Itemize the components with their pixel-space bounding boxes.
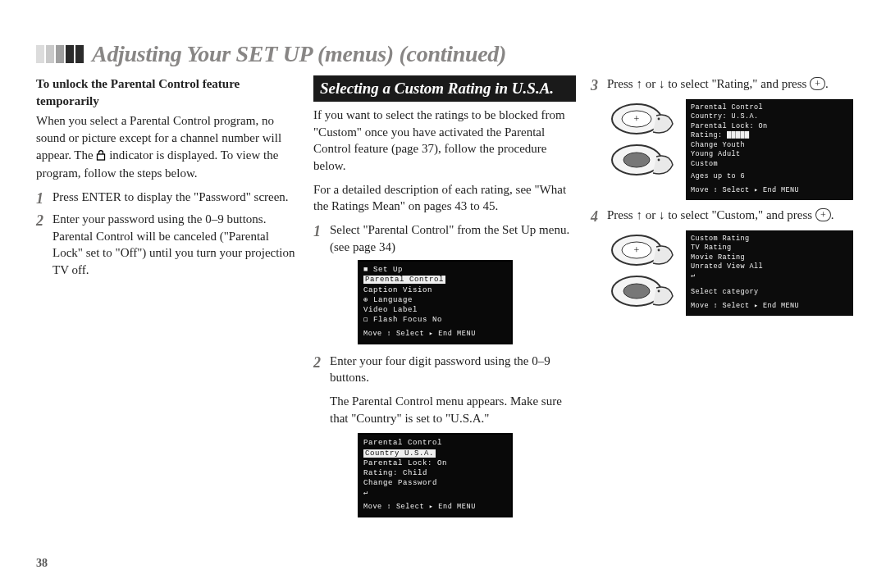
col2-step-1: Select "Parental Control" from the Set U… xyxy=(313,221,576,344)
svg-text:+: + xyxy=(634,113,640,125)
svg-text:+: + xyxy=(634,244,640,256)
svg-point-11 xyxy=(658,248,660,251)
section-box-custom-rating: Selecting a Custom Rating in U.S.A. xyxy=(313,75,576,102)
osd-setup-menu: ■ Set Up Parental Control Caption Vision… xyxy=(358,260,513,344)
svg-point-13 xyxy=(623,284,650,299)
svg-point-4 xyxy=(658,117,660,120)
svg-point-14 xyxy=(658,289,660,292)
plus-button-icon: + xyxy=(815,208,831,221)
col1-intro: When you select a Parental Control progr… xyxy=(36,112,299,182)
page-number: 38 xyxy=(36,557,48,570)
col2-p2: For a detailed description of each ratin… xyxy=(313,181,576,215)
header-decor-bars xyxy=(36,45,85,63)
col2-p1: If you want to select the ratings to be … xyxy=(313,107,576,175)
osd-parental-menu: Parental Control Country U.S.A. Parental… xyxy=(358,433,513,517)
column-2: Selecting a Custom Rating in U.S.A. If y… xyxy=(313,75,576,526)
col1-step-1: Press ENTER to display the "Password" sc… xyxy=(36,189,299,206)
page-title: Adjusting Your SET UP (menus) (continued… xyxy=(92,41,506,67)
svg-rect-0 xyxy=(98,154,105,160)
page-header: Adjusting Your SET UP (menus) (continued… xyxy=(36,41,853,67)
osd-rating-select: Parental Control Country: U.S.A. Parenta… xyxy=(686,99,853,200)
remote-illustration: + xyxy=(607,230,681,311)
plus-button-icon: + xyxy=(810,77,825,90)
col1-step-2: Enter your password using the 0–9 button… xyxy=(36,211,299,279)
column-1: To unlock the Parental Control feature t… xyxy=(36,75,299,526)
svg-point-6 xyxy=(623,153,650,167)
remote-illustration: + xyxy=(607,99,681,180)
lock-icon xyxy=(96,148,106,166)
col3-step-3: Press ↑ or ↓ to select "Rating," and pre… xyxy=(591,75,853,200)
column-3: Press ↑ or ↓ to select "Rating," and pre… xyxy=(591,75,853,526)
subhead-unlock: To unlock the Parental Control feature t… xyxy=(36,75,299,109)
osd-custom-rating: Custom Rating TV Rating Movie Rating Unr… xyxy=(686,230,853,316)
svg-point-7 xyxy=(658,158,660,161)
col3-step-4: Press ↑ or ↓ to select "Custom," and pre… xyxy=(591,207,853,316)
col2-step-2: Enter your four digit password using the… xyxy=(313,353,576,517)
